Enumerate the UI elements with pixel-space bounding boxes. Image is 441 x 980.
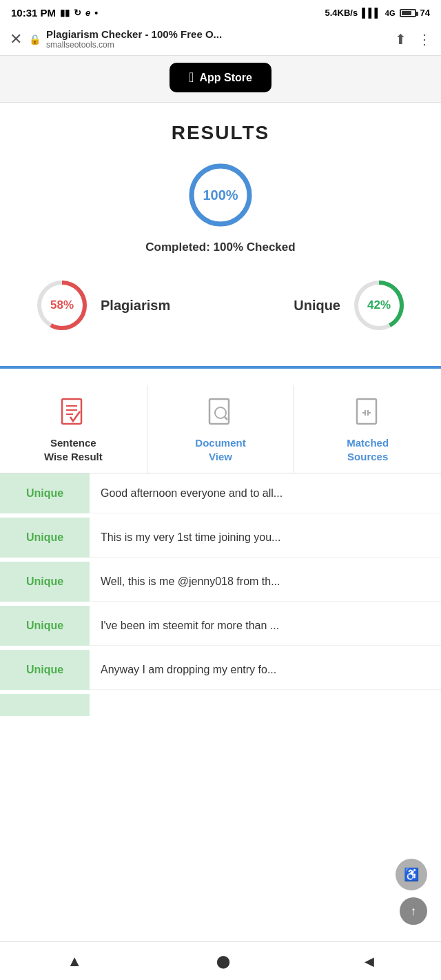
result-badge-unique: Unique (0, 518, 90, 558)
url-domain: smallseotools.com (46, 40, 222, 50)
result-row-partial (0, 694, 441, 716)
lock-icon: 🔒 (29, 34, 41, 45)
circle-progress-container: 100% (186, 161, 255, 229)
tab-document-view[interactable]: DocumentView (147, 385, 295, 473)
result-text: Anyway I am dropping my entry fo... (90, 650, 441, 690)
tabs-row: SentenceWise Result DocumentView Matched… (0, 385, 441, 473)
appstore-banner:  App Store (0, 56, 441, 103)
plagiarism-circle: 58% (34, 278, 90, 333)
completed-text: Completed: 100% Checked (14, 241, 427, 254)
unique-stat: Unique 42% (294, 278, 407, 333)
results-list: Unique Good afternoon everyone and to al… (0, 473, 441, 716)
plagiarism-label: Plagiarism (101, 298, 170, 314)
svg-line-12 (225, 417, 227, 420)
status-bar: 10:31 PM ▮▮ ↻ e • 5.4KB/s ▌▌▌ 4G 74 (0, 0, 441, 23)
network-speed: 5.4KB/s (325, 8, 358, 18)
result-badge-unique: Unique (0, 606, 90, 646)
more-options-button[interactable]: ⋮ (418, 31, 431, 48)
results-title: RESULTS (14, 122, 427, 144)
status-time: 10:31 PM (11, 7, 56, 19)
result-row: Unique Well, this is me @jenny018 from t… (0, 562, 441, 606)
result-text: This is my very 1st time joining you... (90, 518, 441, 558)
page-title: Plagiarism Checker - 100% Free O... (46, 28, 222, 40)
svg-rect-13 (357, 399, 376, 424)
completion-circle: 100% (14, 161, 427, 229)
plagiarism-stat: 58% Plagiarism (34, 278, 170, 333)
floating-buttons: ♿ ↑ (396, 859, 427, 925)
plagiarism-percent: 58% (50, 298, 74, 312)
document-icon (204, 396, 237, 429)
appstore-label: App Store (199, 72, 252, 84)
tab-matched-label: MatchedSources (347, 436, 389, 463)
url-area[interactable]: 🔒 Plagiarism Checker - 100% Free O... sm… (29, 28, 388, 50)
result-row: Unique Anyway I am dropping my entry fo.… (0, 650, 441, 694)
result-row: Unique Good afternoon everyone and to al… (0, 473, 441, 518)
recent-apps-button[interactable]: ◀ (351, 948, 388, 974)
apple-logo-icon:  (189, 70, 194, 85)
main-content: RESULTS 100% Completed: 100% Checked (0, 103, 441, 799)
voicemail-icon: ▮▮ (60, 8, 70, 18)
result-badge-unique: Unique (0, 650, 90, 690)
dot-icon: • (94, 8, 98, 19)
result-text: Good afternoon everyone and to all... (90, 473, 441, 513)
appstore-button[interactable]:  App Store (170, 63, 271, 92)
signal-bars: ▌▌▌ (362, 8, 381, 18)
bottom-nav: ▲ ⬤ ◀ (0, 941, 441, 980)
accessibility-button[interactable]: ♿ (396, 859, 427, 890)
result-text-partial (90, 694, 441, 716)
tab-sentence-wise[interactable]: SentenceWise Result (0, 385, 147, 473)
share-button[interactable]: ⬆ (395, 31, 407, 48)
result-row: Unique This is my very 1st time joining … (0, 518, 441, 562)
close-tab-button[interactable]: ✕ (10, 30, 22, 48)
matched-icon (351, 396, 384, 429)
sync-icon: ↻ (74, 8, 81, 18)
tab-matched-sources[interactable]: MatchedSources (294, 385, 441, 473)
battery-level: 74 (420, 8, 430, 18)
sentence-icon (57, 396, 90, 429)
result-badge-unique: Unique (0, 473, 90, 513)
results-section: RESULTS 100% Completed: 100% Checked (0, 103, 441, 363)
unique-percent: 42% (367, 298, 391, 312)
result-badge-unique: Unique (0, 562, 90, 602)
svg-point-11 (215, 407, 226, 418)
home-button[interactable]: ⬤ (203, 948, 244, 974)
unique-label: Unique (294, 298, 340, 314)
back-button[interactable]: ▲ (53, 947, 96, 976)
tab-document-label: DocumentView (195, 436, 245, 463)
browser-bar: ✕ 🔒 Plagiarism Checker - 100% Free O... … (0, 23, 441, 56)
scroll-top-button[interactable]: ↑ (400, 897, 427, 925)
tab-sentence-label: SentenceWise Result (44, 436, 103, 463)
stats-row: 58% Plagiarism Unique 42% (14, 271, 427, 340)
circle-percent-text: 100% (203, 187, 238, 203)
unique-circle: 42% (351, 278, 407, 333)
blue-divider (0, 366, 441, 369)
battery-icon (400, 9, 416, 17)
result-row: Unique I've been im steemit for more tha… (0, 606, 441, 650)
result-text: I've been im steemit for more than ... (90, 606, 441, 646)
network-type: 4G (385, 9, 396, 17)
result-badge-partial (0, 694, 90, 716)
result-text: Well, this is me @jenny018 from th... (90, 562, 441, 602)
browser-icon: e (85, 8, 90, 18)
